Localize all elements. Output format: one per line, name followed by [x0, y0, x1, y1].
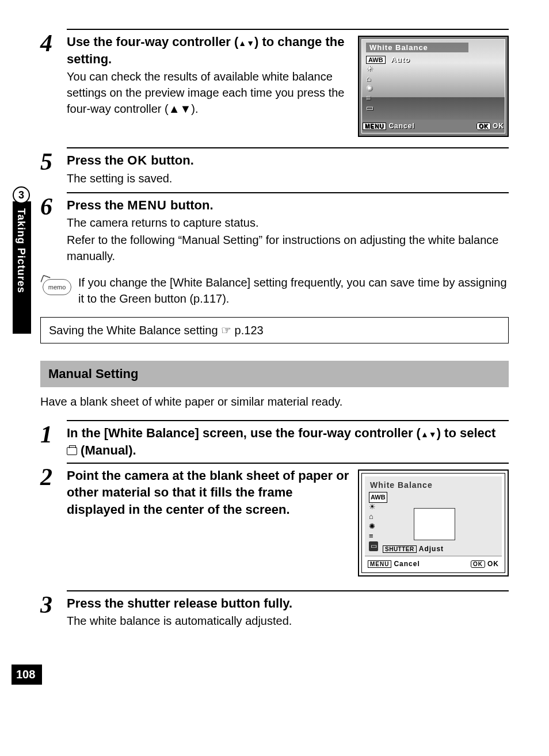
awb-icon: AWB	[366, 56, 386, 64]
step6-heading: Press the MENU button.	[67, 197, 509, 214]
up-down-arrow-icon: ▲▼	[238, 39, 254, 48]
page-number: 108	[12, 665, 42, 685]
step-number-5: 5	[40, 150, 67, 174]
chapter-tab: 3 Taking Pictures	[0, 192, 31, 336]
step-number-4: 4	[40, 31, 67, 55]
lcd-screenshot-wb-auto: White Balance AWB Auto ☀ ⌂ ✺ ≡ ▭ MENUCan…	[358, 36, 509, 137]
step6-text2: Refer to the following “Manual Setting” …	[67, 232, 509, 264]
chapter-label-bar: Taking Pictures	[13, 201, 31, 334]
memo-text: If you change the [White Balance] settin…	[73, 274, 509, 307]
section-intro: Have a blank sheet of white paper or sim…	[40, 395, 509, 408]
lcd2-ok: OKOK	[471, 560, 499, 568]
lcd2-cancel: MENUCancel	[368, 560, 420, 568]
step-number-6: 6	[40, 194, 67, 219]
manual-wb-icon: ▭	[369, 541, 378, 551]
step5-text: The setting is saved.	[67, 170, 509, 186]
step-number-3: 3	[40, 593, 67, 617]
cross-reference-box: Saving the White Balance setting ☞ p.123	[40, 317, 509, 343]
daylight-icon: ☀	[366, 64, 410, 74]
step5-heading: Press the OK button.	[67, 152, 509, 169]
lcd1-ok: OKOK	[476, 122, 504, 130]
lcd2-title: White Balance	[370, 480, 433, 490]
lcd1-mode-label: Auto	[391, 55, 410, 64]
chapter-number: 3	[13, 186, 30, 204]
fluorescent-icon: ≡	[369, 531, 387, 541]
step1-heading: In the [White Balance] screen, use the f…	[67, 425, 509, 459]
lcd2-center-frame	[414, 508, 455, 540]
fluorescent-icon: ≡	[366, 93, 410, 103]
chapter-label: Taking Pictures	[13, 201, 27, 293]
step-number-2: 2	[40, 465, 67, 489]
step3-heading: Press the shutter release button fully.	[67, 595, 509, 612]
step3-text: The white balance is automatically adjus…	[67, 613, 509, 629]
shade-icon: ⌂	[369, 511, 387, 521]
shade-icon: ⌂	[366, 74, 410, 83]
step6-text1: The camera returns to capture status.	[67, 215, 509, 231]
section-heading-manual-setting: Manual Setting	[40, 361, 509, 387]
manual-setting-icon	[67, 447, 77, 455]
lcd2-icon-column: AWB ☀ ⌂ ✺ ≡ ▭	[369, 492, 387, 551]
step-number-1: 1	[40, 422, 67, 446]
lcd2-shutter-adjust: SHUTTERAdjust	[383, 545, 444, 553]
tungsten-icon: ✺	[366, 83, 410, 93]
lcd1-title: White Balance	[366, 43, 468, 52]
up-down-arrow-icon: ▲▼	[421, 430, 437, 439]
lcd-screenshot-wb-manual: White Balance AWB ☀ ⌂ ✺ ≡ ▭ SHUTTERAdjus…	[358, 469, 509, 576]
manual-wb-icon: ▭	[366, 103, 410, 113]
tungsten-icon: ✺	[369, 521, 387, 531]
crossref-text: Saving the White Balance setting ☞ p.123	[49, 324, 264, 337]
lcd1-cancel: MENUCancel	[363, 122, 415, 130]
awb-icon: AWB	[369, 492, 387, 503]
memo-icon: memo	[40, 274, 73, 297]
daylight-icon: ☀	[369, 502, 387, 511]
